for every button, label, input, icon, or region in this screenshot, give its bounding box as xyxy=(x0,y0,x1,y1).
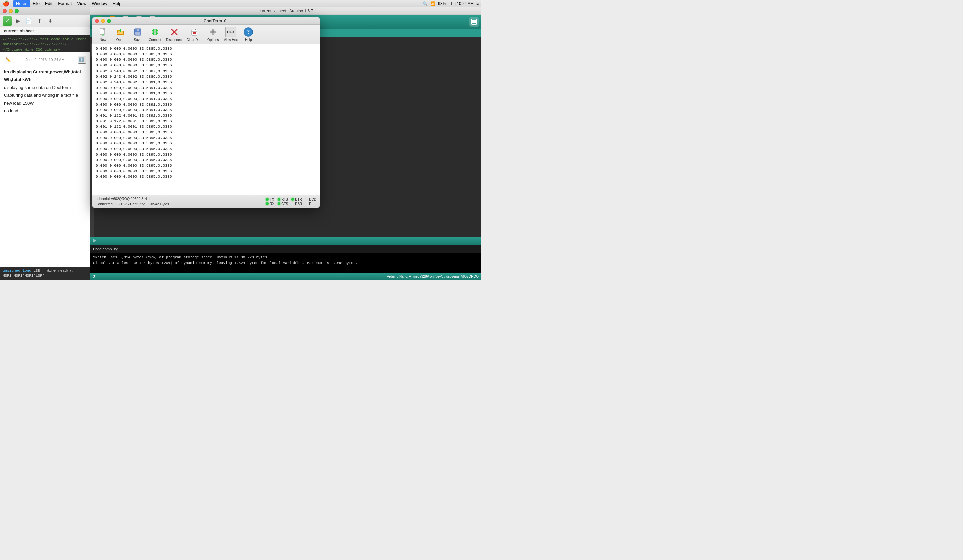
disconnect-icon xyxy=(169,27,180,37)
serial-monitor-button[interactable] xyxy=(469,17,479,27)
apple-menu[interactable]: 🍎 xyxy=(3,0,9,6)
ct-data-line: 0.000,0.000,0.0000,33.5895,0.0336 xyxy=(96,157,316,163)
ct-status-line2: Connected 00:21:23 / Capturing... 10542 … xyxy=(96,202,266,207)
status-triangle-icon xyxy=(93,239,96,243)
ct-indicator-dtr: DTR xyxy=(291,198,302,201)
console-toolbar: Done compiling. xyxy=(90,244,481,252)
ct-data-line: 0.001,0.122,0.0001,33.5892,0.0336 xyxy=(96,113,316,119)
ct-data-line: 0.000,0.000,0.0000,33.5895,0.0336 xyxy=(96,146,316,152)
ct-new-button[interactable]: New xyxy=(96,27,110,42)
coolterm-data-area: 0.000,0.000,0.0000,33.5885,0.03360.000,0… xyxy=(92,44,319,195)
menu-file[interactable]: File xyxy=(30,0,42,7)
ct-data-line: 0.000,0.000,0.0000,33.5891,0.0336 xyxy=(96,107,316,113)
console-line-1: Sketch uses 6,314 bytes (20%) of program… xyxy=(93,255,479,260)
ct-data-line: 0.000,0.000,0.0000,33.5895,0.0336 xyxy=(96,169,316,175)
ct-hex-label: View Hex xyxy=(224,38,238,42)
ct-data-line: 0.000,0.000,0.0000,33.5895,0.0336 xyxy=(96,174,316,180)
ct-connect-label: Connect xyxy=(149,38,161,42)
open-folder-icon xyxy=(115,27,126,37)
menu-help[interactable]: Help xyxy=(110,0,125,7)
ct-led-label-rts: RTS xyxy=(281,198,288,201)
notes-bottom-code: unsigned long LSB = Wire.read(); MSR1=MS… xyxy=(0,267,90,280)
ct-open-label: Open xyxy=(116,38,125,42)
ct-max-button[interactable] xyxy=(107,19,111,23)
search-icon[interactable]: 🔍 xyxy=(423,1,428,6)
new-icon xyxy=(98,27,109,37)
ct-data-line: 0.000,0.000,0.0000,33.5885,0.0336 xyxy=(96,57,316,63)
edit-icon[interactable]: ✏️ xyxy=(4,56,12,64)
ct-data-line: 0.002,0.243,0.0002,33.5887,0.0336 xyxy=(96,68,316,74)
bottom-code-line-2: MSR1=MSR1*MSR1*LSR* xyxy=(3,274,87,278)
menu-view[interactable]: View xyxy=(75,0,89,7)
minimize-button[interactable] xyxy=(9,9,13,13)
new-note-button[interactable]: 📄 xyxy=(24,16,34,26)
save-disk-icon xyxy=(132,27,143,37)
ct-options-button[interactable]: Options xyxy=(206,27,220,42)
clear-icon xyxy=(189,27,199,37)
ct-connect-button[interactable]: Connect xyxy=(148,27,162,42)
ct-indicators: TXRTSDTRDCDRXCTSDSRRI xyxy=(266,198,316,206)
notes-tab[interactable]: current_xlsheet xyxy=(0,28,90,35)
svg-text:?: ? xyxy=(247,29,250,36)
ct-data-line: 0.000,0.000,0.0000,33.5885,0.0336 xyxy=(96,63,316,68)
ct-data-line: 0.000,0.000,0.0000,33.5891,0.0336 xyxy=(96,85,316,91)
up-button[interactable]: ⬆ xyxy=(35,16,44,26)
coolterm-status-bar: usbserial-A602QROQ / 9600 8-N-1 Connecte… xyxy=(92,195,319,208)
ct-open-button[interactable]: Open xyxy=(114,27,127,42)
note-content: its displaying Current,power,Wh,total Wh… xyxy=(4,68,86,115)
ct-indicator-cts: CTS xyxy=(277,202,288,206)
svg-rect-10 xyxy=(135,32,140,35)
notes-toolbar: ✓ ▶ 📄 ⬆ ⬇ xyxy=(0,15,90,28)
check-button[interactable]: ✓ xyxy=(3,16,12,26)
ct-data-line: 0.002,0.243,0.0002,33.5889,0.0336 xyxy=(96,74,316,79)
ct-save-button[interactable]: Save xyxy=(131,27,144,42)
console-line-2: Global variables use 424 bytes (20%) of … xyxy=(93,260,479,266)
menu-edit[interactable]: Edit xyxy=(42,0,55,7)
ct-options-label: Options xyxy=(207,38,219,42)
ct-min-button[interactable] xyxy=(101,19,105,23)
notes-code-preview: //////////////// test code for current m… xyxy=(0,35,90,52)
ct-led-rx xyxy=(266,202,269,205)
gear-icon xyxy=(208,27,218,37)
bottom-code-line-1: unsigned long LSB = Wire.read(); xyxy=(3,268,87,274)
time-display: Thu 10:24 AM xyxy=(449,1,474,6)
note-line-9: no load | xyxy=(4,107,86,115)
ct-disconnect-button[interactable]: Disconnect xyxy=(166,27,182,42)
code-var: LSB = Wire.read(); xyxy=(34,269,73,273)
ct-led-tx xyxy=(266,198,269,201)
ct-help-button[interactable]: ? Help xyxy=(242,27,255,42)
ct-led-label-cts: CTS xyxy=(281,202,288,206)
hex-icon: HEX xyxy=(225,27,236,37)
note-line-3: displaying same data on CoolTerm xyxy=(4,84,86,91)
connect-icon xyxy=(150,27,160,37)
ct-clear-button[interactable]: Clear Data xyxy=(186,27,202,42)
down-button[interactable]: ⬇ xyxy=(45,16,55,26)
ct-led-label-dcd: DCD xyxy=(309,198,316,201)
svg-rect-9 xyxy=(136,29,139,31)
ct-led-label-dtr: DTR xyxy=(295,198,302,201)
note-date: June 9, 2016, 10:24 AM xyxy=(25,58,64,62)
maximize-button[interactable] xyxy=(15,9,19,13)
menu-format[interactable]: Format xyxy=(55,0,74,7)
ct-indicator-rx: RX xyxy=(266,202,274,206)
ct-data-line: 0.000,0.000,0.0000,33.5891,0.0336 xyxy=(96,96,316,102)
code-line-2: //Include Wire I2C Library xyxy=(3,47,87,52)
share-icon[interactable]: ⬆️ xyxy=(78,56,86,64)
ct-hex-button[interactable]: HEX View Hex xyxy=(224,27,238,42)
note-header: ✏️ June 9, 2016, 10:24 AM ⬆️ xyxy=(4,56,86,64)
ct-data-line: 0.000,0.000,0.0000,33.5895,0.0336 xyxy=(96,163,316,169)
list-icon[interactable]: ≡ xyxy=(477,1,479,6)
ct-data-line: 0.000,0.000,0.0000,33.5891,0.0336 xyxy=(96,91,316,96)
notes-note-area: ✏️ June 9, 2016, 10:24 AM ⬆️ its display… xyxy=(0,52,90,267)
ct-close-button[interactable] xyxy=(95,19,99,23)
coolterm-window: CoolTerm_0 New xyxy=(92,17,319,208)
ct-data-line: 0.000,0.000,0.0000,33.5895,0.0336 xyxy=(96,135,316,141)
code-line-1: //////////////// test code for current m… xyxy=(3,37,87,47)
code-comment: //////////////// test code for current m… xyxy=(3,37,87,47)
menu-window[interactable]: Window xyxy=(89,0,110,7)
menu-notes[interactable]: Notes xyxy=(13,0,30,7)
battery-label: 93% xyxy=(438,1,446,6)
close-button[interactable] xyxy=(3,9,7,13)
ct-led-label-dsr: DSR xyxy=(295,202,302,206)
play-button[interactable]: ▶ xyxy=(13,16,23,26)
